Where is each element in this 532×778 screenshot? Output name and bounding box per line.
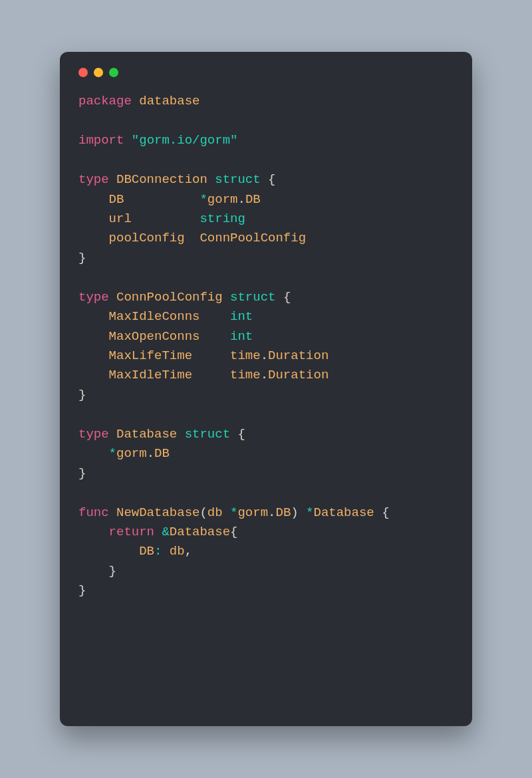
keyword-return: return: [109, 525, 154, 539]
brace: {: [237, 427, 245, 442]
keyword-type: type: [78, 427, 109, 442]
keyword-struct: struct: [185, 427, 230, 442]
builtin-type: int: [230, 309, 253, 324]
star: *: [230, 505, 237, 520]
package-name: database: [139, 94, 200, 108]
field-name: MaxLifeTime: [109, 348, 192, 363]
minimize-icon[interactable]: [94, 68, 103, 77]
field-name: MaxOpenConns: [109, 329, 200, 344]
star: *: [306, 505, 313, 520]
type-ref: DB: [275, 505, 291, 520]
star: *: [200, 192, 207, 207]
dot: .: [261, 368, 268, 382]
dot: .: [147, 446, 154, 461]
dot: .: [268, 505, 275, 520]
type-name: DBConnection: [116, 172, 207, 187]
type-name: ConnPoolConfig: [116, 290, 223, 305]
paren: (: [200, 505, 207, 520]
stage: package database import "gorm.io/gorm" t…: [0, 0, 532, 778]
pkg: time: [230, 348, 261, 363]
pkg: gorm: [207, 192, 238, 207]
amp: &: [162, 525, 169, 539]
zoom-icon[interactable]: [109, 68, 118, 77]
star: *: [109, 446, 116, 461]
type-ref: Database: [170, 525, 230, 539]
brace: {: [283, 290, 291, 305]
brace: }: [109, 564, 116, 579]
type-ref: ConnPoolConfig: [200, 231, 306, 245]
keyword-struct: struct: [215, 172, 260, 187]
keyword-import: import: [78, 133, 124, 148]
type-ref: DB: [245, 192, 261, 207]
code-window: package database import "gorm.io/gorm" t…: [60, 52, 472, 725]
field-name: url: [109, 211, 132, 226]
pkg: time: [230, 368, 261, 382]
keyword-type: type: [78, 172, 109, 187]
type-name: Database: [116, 427, 177, 442]
keyword-package: package: [78, 94, 132, 108]
brace: }: [78, 388, 86, 402]
keyword-func: func: [78, 505, 109, 520]
type-ref: DB: [154, 446, 170, 461]
ident: db: [170, 544, 185, 559]
type-ref: Duration: [268, 368, 329, 382]
pkg: gorm: [237, 505, 268, 520]
import-path: "gorm.io/gorm": [132, 133, 238, 148]
brace: {: [230, 525, 237, 539]
comma: ,: [185, 544, 192, 559]
field-name: MaxIdleConns: [109, 309, 200, 324]
keyword-type: type: [78, 290, 109, 305]
paren: ): [291, 505, 298, 520]
field-name: MaxIdleTime: [109, 368, 192, 382]
colon: :: [154, 544, 162, 559]
field-name: DB: [109, 192, 124, 207]
field-name: poolConfig: [109, 231, 185, 245]
func-name: NewDatabase: [116, 505, 200, 520]
pkg: gorm: [116, 446, 147, 461]
close-icon[interactable]: [78, 68, 88, 77]
dot: .: [261, 348, 268, 363]
type-ref: Duration: [268, 348, 329, 363]
window-titlebar: [78, 66, 454, 86]
brace: }: [78, 251, 86, 265]
brace: }: [78, 583, 86, 598]
builtin-type: int: [230, 329, 253, 344]
code-block: package database import "gorm.io/gorm" t…: [78, 86, 454, 707]
keyword-struct: struct: [230, 290, 275, 305]
brace: {: [268, 172, 275, 187]
brace: {: [382, 505, 389, 520]
return-type: Database: [314, 505, 374, 520]
builtin-type: string: [200, 211, 245, 226]
brace: }: [78, 466, 86, 481]
field-name: DB: [139, 544, 154, 559]
param-name: db: [207, 505, 223, 520]
dot: .: [237, 192, 245, 207]
